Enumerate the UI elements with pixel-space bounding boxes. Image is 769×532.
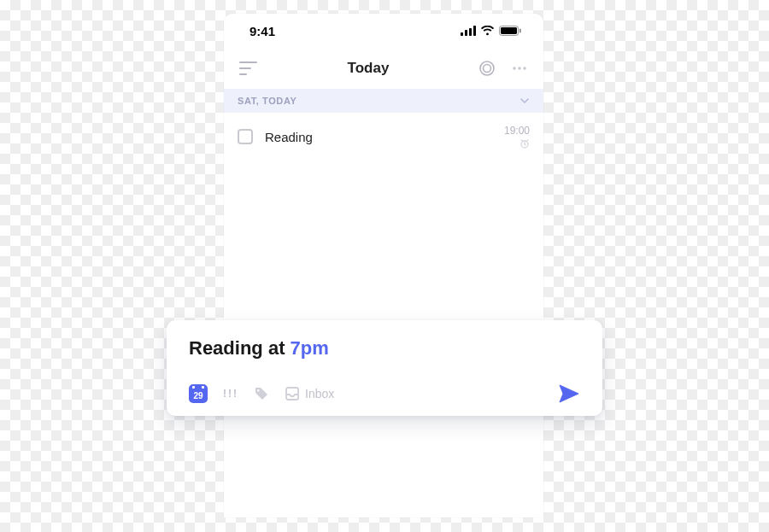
focus-icon[interactable] — [478, 60, 496, 77]
svg-point-13 — [518, 67, 520, 69]
calendar-day-number: 29 — [193, 391, 203, 400]
section-label: SAT, TODAY — [238, 96, 296, 106]
task-row[interactable]: Reading 19:00 — [224, 113, 543, 161]
task-meta: 19:00 — [504, 125, 530, 149]
task-checkbox[interactable] — [238, 129, 253, 144]
svg-rect-2 — [469, 28, 472, 36]
svg-rect-0 — [461, 32, 463, 36]
page-title: Today — [348, 60, 390, 77]
svg-rect-6 — [520, 29, 521, 33]
phone-frame: 9:41 Today SAT, TODAY Reading 19:00 — [224, 14, 543, 517]
date-section-header[interactable]: SAT, TODAY — [224, 89, 543, 113]
svg-rect-1 — [465, 30, 467, 36]
task-time: 19:00 — [504, 125, 530, 137]
nav-bar: Today — [224, 48, 543, 89]
battery-icon — [499, 26, 521, 36]
alarm-icon — [520, 138, 530, 149]
priority-button[interactable]: !!! — [223, 388, 238, 400]
svg-rect-3 — [473, 26, 476, 36]
compose-text: Reading at — [189, 337, 291, 359]
status-time: 9:41 — [249, 24, 275, 38]
svg-point-12 — [513, 67, 515, 69]
svg-point-10 — [480, 61, 494, 75]
cellular-icon — [461, 26, 476, 36]
svg-point-11 — [484, 65, 491, 73]
status-bar: 9:41 — [224, 14, 543, 48]
svg-rect-5 — [501, 27, 517, 34]
calendar-date-button[interactable]: 29 — [189, 384, 208, 403]
svg-rect-17 — [286, 388, 298, 400]
svg-point-14 — [523, 67, 525, 69]
list-label: Inbox — [305, 387, 334, 400]
wifi-icon — [480, 26, 495, 36]
compose-time-token: 7pm — [291, 337, 329, 359]
list-picker[interactable]: Inbox — [285, 386, 334, 401]
menu-icon[interactable] — [239, 61, 258, 76]
compose-input[interactable]: Reading at 7pm — [189, 337, 580, 360]
send-icon — [558, 383, 580, 404]
send-button[interactable] — [558, 383, 580, 404]
tag-icon[interactable] — [254, 386, 269, 401]
compose-toolbar: 29 !!! Inbox — [189, 383, 580, 404]
svg-point-16 — [257, 389, 259, 391]
task-title: Reading — [265, 130, 492, 144]
inbox-icon — [285, 386, 300, 401]
chevron-down-icon — [520, 96, 530, 106]
compose-card: Reading at 7pm 29 !!! Inbox — [167, 320, 602, 416]
more-icon[interactable] — [511, 60, 528, 77]
status-indicators — [461, 26, 521, 36]
